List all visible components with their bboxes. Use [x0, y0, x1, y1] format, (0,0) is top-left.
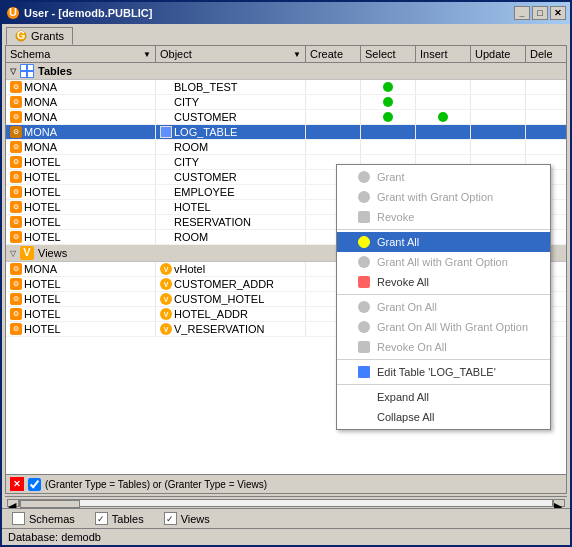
menu-separator-4 — [337, 384, 550, 385]
view-icon: V — [160, 293, 172, 305]
scroll-thumb[interactable] — [20, 500, 80, 508]
svg-text:U: U — [9, 6, 17, 18]
table-row-selected[interactable]: ⊙MONA LOG_TABLE — [6, 125, 566, 140]
filter-remove-icon[interactable]: ✕ — [10, 477, 24, 491]
menu-item-grant-all-option[interactable]: Grant All with Grant Option — [337, 252, 550, 272]
green-dot — [383, 112, 393, 122]
tables-checkbox-item: Tables — [95, 512, 144, 525]
menu-item-revoke-on-all[interactable]: Revoke On All — [337, 337, 550, 357]
menu-item-expand-label: Expand All — [377, 391, 429, 403]
filter-text: (Granter Type = Tables) or (Granter Type… — [45, 479, 267, 490]
schema-icon: ⊙ — [10, 81, 22, 93]
menu-item-grant-on-all[interactable]: Grant On All — [337, 297, 550, 317]
table-row[interactable]: ⊙MONA CITY — [6, 95, 566, 110]
menu-item-edit-table[interactable]: Edit Table 'LOG_TABLE' — [337, 362, 550, 382]
header-delete: Dele — [526, 46, 567, 62]
tables-expand-icon[interactable]: ▽ — [10, 67, 16, 76]
tables-checkbox[interactable] — [95, 512, 108, 525]
cell-delete — [526, 125, 566, 139]
revoke-on-all-icon — [357, 340, 371, 354]
schema-icon: ⊙ — [10, 126, 22, 138]
cell-insert — [416, 80, 471, 94]
menu-item-expand-all[interactable]: Expand All — [337, 387, 550, 407]
views-checkbox[interactable] — [164, 512, 177, 525]
menu-item-collapse-all[interactable]: Collapse All — [337, 407, 550, 427]
header-update: Update — [471, 46, 526, 62]
cell-insert — [416, 110, 471, 124]
menu-item-edit-label: Edit Table 'LOG_TABLE' — [377, 366, 496, 378]
schema-icon: ⊙ — [10, 263, 22, 275]
schema-icon: ⊙ — [10, 293, 22, 305]
menu-item-grant[interactable]: Grant — [337, 167, 550, 187]
menu-item-revoke-all[interactable]: Revoke All — [337, 272, 550, 292]
scroll-track[interactable] — [19, 499, 553, 507]
cell-object: CUSTOMER — [156, 110, 306, 124]
schemas-checkbox-item: Schemas — [12, 512, 75, 525]
view-icon: V — [160, 278, 172, 290]
menu-item-grant-on-all-option[interactable]: Grant On All With Grant Option — [337, 317, 550, 337]
cell-create — [306, 110, 361, 124]
maximize-button[interactable]: □ — [532, 6, 548, 20]
table-icon — [160, 126, 172, 138]
status-bar: Database: demodb — [2, 528, 570, 545]
schema-icon: ⊙ — [10, 308, 22, 320]
scroll-left-btn[interactable]: ◀ — [7, 499, 19, 507]
cell-create — [306, 80, 361, 94]
table-row[interactable]: ⊙MONA ROOM — [6, 140, 566, 155]
table-icon — [160, 171, 172, 183]
green-dot — [438, 112, 448, 122]
schema-icon: ⊙ — [10, 171, 22, 183]
close-button[interactable]: ✕ — [550, 6, 566, 20]
cell-schema: ⊙MONA — [6, 95, 156, 109]
menu-item-grant-all-label: Grant All — [377, 236, 419, 248]
menu-item-revoke[interactable]: Revoke — [337, 207, 550, 227]
table-icon — [160, 186, 172, 198]
window-title: User - [demodb.PUBLIC] — [24, 7, 152, 19]
table-icon — [160, 156, 172, 168]
status-text: Database: demodb — [8, 531, 101, 543]
tables-label: Tables — [112, 513, 144, 525]
scroll-right-btn[interactable]: ▶ — [553, 499, 565, 507]
cell-delete — [526, 80, 566, 94]
cell-delete — [526, 95, 566, 109]
grant-on-all-option-icon — [357, 320, 371, 334]
grants-tab-icon: G — [15, 30, 27, 42]
grid-header: Schema ▼ Object ▼ Create Select Insert U… — [6, 46, 566, 63]
edit-table-icon — [357, 365, 371, 379]
cell-object: CITY — [156, 155, 306, 169]
horizontal-scrollbar[interactable]: ◀ ▶ — [5, 496, 567, 508]
menu-item-grant-with-option[interactable]: Grant with Grant Option — [337, 187, 550, 207]
checkbox-bar: Schemas Tables Views — [2, 508, 570, 528]
header-object[interactable]: Object ▼ — [156, 46, 306, 62]
header-schema[interactable]: Schema ▼ — [6, 46, 156, 62]
cell-delete — [526, 110, 566, 124]
schema-icon: ⊙ — [10, 186, 22, 198]
tables-section-label[interactable]: ▽ Tables — [6, 63, 566, 80]
table-row[interactable]: ⊙MONA BLOB_TEST — [6, 80, 566, 95]
menu-item-grant-option-label: Grant with Grant Option — [377, 191, 493, 203]
svg-rect-8 — [28, 72, 33, 77]
views-expand-icon[interactable]: ▽ — [10, 249, 16, 258]
tab-grants[interactable]: G Grants — [6, 27, 73, 45]
menu-item-grant-on-all-option-label: Grant On All With Grant Option — [377, 321, 528, 333]
tables-icon — [20, 64, 34, 78]
views-label: Views — [181, 513, 210, 525]
schema-icon: ⊙ — [10, 231, 22, 243]
menu-item-revoke-label: Revoke — [377, 211, 414, 223]
schema-dropdown-icon[interactable]: ▼ — [143, 50, 151, 59]
svg-rect-6 — [28, 65, 33, 70]
filter-checkbox[interactable] — [28, 478, 41, 491]
cell-schema: ⊙MONA — [6, 125, 156, 139]
minimize-button[interactable]: _ — [514, 6, 530, 20]
window-icon: U — [6, 6, 20, 20]
header-create: Create — [306, 46, 361, 62]
title-bar: U User - [demodb.PUBLIC] _ □ ✕ — [2, 2, 570, 24]
cell-delete — [526, 140, 566, 154]
menu-separator-1 — [337, 229, 550, 230]
object-dropdown-icon[interactable]: ▼ — [293, 50, 301, 59]
tables-section-text: Tables — [38, 65, 72, 77]
menu-item-grant-all-option-label: Grant All with Grant Option — [377, 256, 508, 268]
table-row[interactable]: ⊙MONA CUSTOMER — [6, 110, 566, 125]
menu-item-grant-all[interactable]: Grant All — [337, 232, 550, 252]
schemas-checkbox[interactable] — [12, 512, 25, 525]
